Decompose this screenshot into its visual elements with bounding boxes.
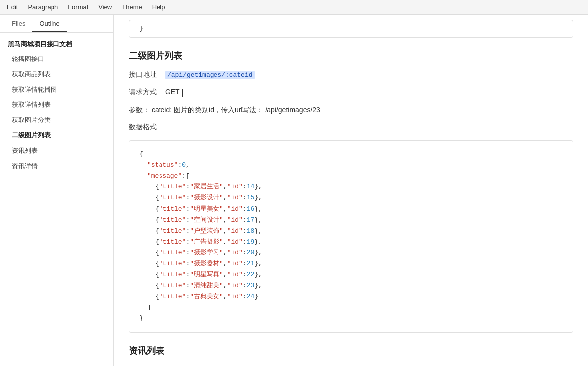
- code-line-close: }: [139, 313, 563, 324]
- api-value: /api/getimages/:cateid: [165, 71, 255, 79]
- code-line-status: "status":0,: [139, 160, 563, 171]
- code-line-10: {"title":"清纯甜美","id":23},: [139, 280, 563, 291]
- sidebar-item-image-category[interactable]: 获取图片分类: [0, 113, 113, 128]
- menu-view[interactable]: View: [93, 1, 117, 13]
- code-line-9: {"title":"明星写真","id":22},: [139, 269, 563, 280]
- code-block: { "status":0, "message":[ {"title":"家居生活…: [129, 140, 573, 333]
- content-area[interactable]: } 二级图片列表 接口地址： /api/getimages/:cateid 请求…: [114, 15, 588, 366]
- code-line-bracket: ]: [139, 302, 563, 313]
- api-label: 接口地址：: [129, 70, 163, 78]
- text-cursor: [182, 89, 183, 97]
- tab-outline[interactable]: Outline: [32, 15, 66, 32]
- params-label: 参数：: [129, 106, 150, 114]
- code-line-1: {"title":"家居生活","id":14},: [139, 182, 563, 192]
- sidebar: Files Outline 黑马商城项目接口文档 轮播图接口 获取商品列表 获取…: [0, 15, 114, 366]
- sidebar-tabs: Files Outline: [0, 15, 113, 33]
- sidebar-item-carousel[interactable]: 轮播图接口: [0, 52, 113, 67]
- menu-edit[interactable]: Edit: [2, 1, 23, 13]
- code-line-8: {"title":"摄影器材","id":21},: [139, 258, 563, 269]
- format-label: 数据格式：: [129, 123, 163, 131]
- api-url-row: 接口地址： /api/getimages/:cateid: [129, 68, 573, 81]
- code-line-4: {"title":"空间设计","id":17},: [139, 215, 563, 226]
- menu-help[interactable]: Help: [147, 1, 170, 13]
- sidebar-item-news-detail[interactable]: 资讯详情: [0, 159, 113, 174]
- sidebar-item-detail-list[interactable]: 获取详情列表: [0, 97, 113, 113]
- sidebar-item-products[interactable]: 获取商品列表: [0, 67, 113, 82]
- format-row: 数据格式：: [129, 121, 573, 133]
- api-url-row-2: 接口地址： /api/getnewslist: [129, 364, 573, 366]
- code-line-6: {"title":"广告摄影","id":19},: [139, 237, 563, 247]
- code-line-message: "message":[: [139, 171, 563, 182]
- menu-paragraph[interactable]: Paragraph: [23, 1, 63, 13]
- sidebar-item-news-list[interactable]: 资讯列表: [0, 143, 113, 159]
- code-line-2: {"title":"摄影设计","id":15},: [139, 192, 563, 203]
- section1-heading: 二级图片列表: [129, 50, 573, 61]
- params-row: 参数： cateid: 图片的类别id，传入url写法： /api/getima…: [129, 104, 573, 116]
- code-line-open: {: [139, 149, 563, 160]
- method-label: 请求方式：: [129, 88, 163, 96]
- sidebar-item-image-list[interactable]: 二级图片列表: [0, 128, 113, 143]
- method-row: 请求方式： GET: [129, 86, 573, 98]
- menu-format[interactable]: Format: [63, 1, 93, 13]
- code-line-7: {"title":"摄影学习","id":20},: [139, 247, 563, 258]
- code-line-11: {"title":"古典美女","id":24}: [139, 291, 563, 302]
- section2-heading: 资讯列表: [129, 345, 573, 357]
- tab-files[interactable]: Files: [5, 15, 32, 32]
- prev-brace: }: [139, 25, 143, 32]
- params-value: cateid: 图片的类别id，传入url写法： /api/getimages/…: [152, 106, 320, 114]
- sidebar-item-detail-carousel[interactable]: 获取详情轮播图: [0, 82, 113, 98]
- menubar: Edit Paragraph Format View Theme Help: [0, 0, 588, 15]
- menu-theme[interactable]: Theme: [117, 1, 147, 13]
- sidebar-title: 黑马商城项目接口文档: [0, 33, 113, 52]
- method-value: GET: [165, 88, 180, 96]
- code-line-5: {"title":"户型装饰","id":18},: [139, 226, 563, 237]
- main-layout: Files Outline 黑马商城项目接口文档 轮播图接口 获取商品列表 获取…: [0, 15, 588, 366]
- code-line-3: {"title":"明星美女","id":16},: [139, 204, 563, 215]
